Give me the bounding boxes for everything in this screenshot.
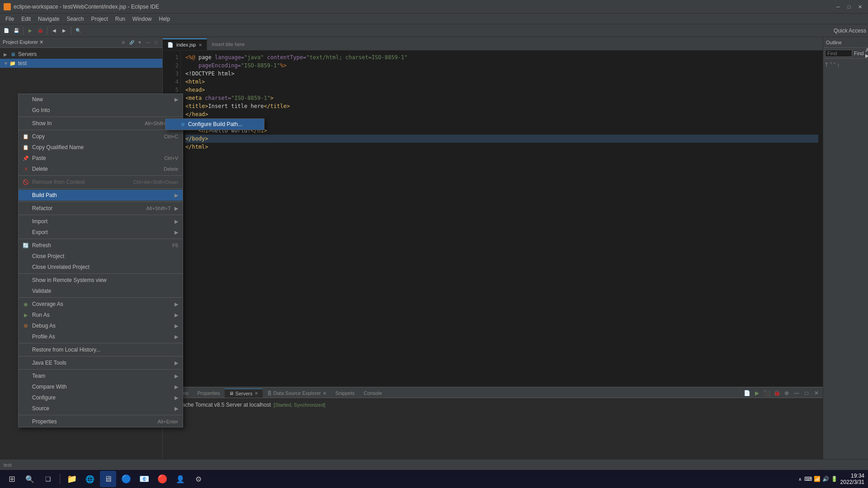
ctx-show-in[interactable]: Show In Alt+Shift+W ▶ [19, 118, 183, 129]
ctx-java-ee-tools-label: Java EE Tools [32, 360, 171, 366]
datasource-tab-close[interactable]: ✕ [323, 391, 326, 396]
right-tb-btn4[interactable]: ↕ [837, 62, 840, 67]
tree-item-test[interactable]: ▼ 📁 test [0, 59, 162, 68]
code-area[interactable]: <%@ page language="java" contentType="te… [181, 51, 823, 387]
bt-disconnect[interactable]: ⊗ [782, 389, 791, 398]
ctx-refactor[interactable]: Refactor Alt+Shift+T ▶ [19, 203, 183, 214]
ctx-properties[interactable]: Properties Alt+Enter [19, 416, 183, 427]
ctx-java-ee-tools[interactable]: Java EE Tools ▶ [19, 357, 183, 368]
ctx-close-unrelated[interactable]: Close Unrelated Project [19, 262, 183, 272]
taskbar-browser1[interactable]: 🌐 [82, 471, 98, 487]
notification-chevron[interactable]: ∧ [798, 477, 802, 482]
find-button[interactable]: Find [854, 51, 863, 56]
taskbar-settings[interactable]: ⚙ [190, 471, 207, 487]
bt-maximize[interactable]: □ [802, 389, 811, 398]
ctx-run-as[interactable]: ▶ Run As ▶ [19, 310, 183, 320]
ctx-copy[interactable]: 📋 Copy Ctrl+C [19, 131, 183, 142]
right-tb-btn2[interactable]: ᵀ [830, 61, 832, 67]
minimize-button[interactable]: ─ [834, 2, 843, 11]
bottom-tab-servers[interactable]: 🖥 Servers ✕ [225, 389, 263, 398]
run-as-icon: ▶ [22, 311, 29, 319]
ctx-import[interactable]: Import ▶ [19, 216, 183, 227]
ctx-new[interactable]: New ▶ [19, 94, 183, 105]
ctx-paste[interactable]: 📌 Paste Ctrl+V [19, 153, 183, 164]
tb-save[interactable]: 💾 [12, 26, 21, 35]
find-input[interactable] [825, 50, 852, 57]
maximize-panel-icon[interactable]: □ [152, 39, 160, 46]
menu-help[interactable]: Help [156, 15, 174, 23]
tb-new[interactable]: 📄 [2, 26, 11, 35]
close-button[interactable]: ✕ [855, 2, 864, 11]
bt-play[interactable]: ▶ [752, 389, 761, 398]
menu-edit[interactable]: Edit [18, 15, 34, 23]
ctx-close-project[interactable]: Close Project [19, 251, 183, 262]
search-button[interactable]: 🔍 [22, 471, 38, 487]
tb-run[interactable]: ▶ [26, 26, 35, 35]
menu-search[interactable]: Search [63, 15, 87, 23]
bt-debug[interactable]: 🐞 [772, 389, 781, 398]
ctx-compare-with[interactable]: Compare With ▶ [19, 381, 183, 392]
servers-tab-close[interactable]: ✕ [255, 391, 258, 396]
taskbar-app1[interactable]: 🖥 [100, 471, 116, 487]
taskbar-browser2[interactable]: 🔵 [118, 471, 134, 487]
bt-minimize[interactable]: — [792, 389, 801, 398]
taskbar-avatar[interactable]: 👤 [172, 471, 189, 487]
tb-back[interactable]: ◀ [50, 26, 59, 35]
bottom-tab-datasource[interactable]: 🗄 Data Source Explorer ✕ [263, 389, 331, 398]
bottom-tab-snippets[interactable]: Snippets [331, 389, 359, 398]
file-explorer-button[interactable]: 📁 [64, 471, 80, 487]
server-entry[interactable]: 🖥 Apache Tomcat v8.5 Server at localhost… [166, 400, 819, 410]
collapse-all-icon[interactable]: ⊖ [120, 39, 127, 46]
start-button[interactable]: ⊞ [4, 471, 20, 487]
bt-stop[interactable]: ⬛ [762, 389, 771, 398]
task-view-button[interactable]: ❑ [40, 471, 56, 487]
bt-new-launch[interactable]: 📄 [742, 389, 751, 398]
ctx-configure[interactable]: Configure ▶ [19, 392, 183, 403]
maximize-button[interactable]: □ [844, 2, 854, 11]
menu-run[interactable]: Run [112, 15, 129, 23]
ctx-source[interactable]: Source ▶ [19, 403, 183, 414]
ctx-export[interactable]: Export ▶ [19, 227, 183, 238]
tb-debug[interactable]: 🐞 [36, 26, 45, 35]
minimize-panel-icon[interactable]: — [144, 39, 151, 46]
ctx-remove-context[interactable]: 🚫 Remove from Context Ctrl+Alt+Shift+Dow… [19, 177, 183, 188]
right-tb-btn1[interactable]: T [825, 62, 828, 67]
taskbar-mail[interactable]: 📧 [136, 471, 152, 487]
link-with-editor-icon[interactable]: 🔗 [128, 39, 135, 46]
ctx-debug-as[interactable]: ⚙ Debug As ▶ [19, 320, 183, 331]
battery-icon[interactable]: 🔋 [831, 476, 838, 482]
keyboard-icon[interactable]: ⌨ [804, 476, 812, 482]
tb-forward[interactable]: ▶ [60, 26, 69, 35]
test-icon: 📁 [9, 60, 16, 67]
ctx-refresh[interactable]: 🔄 Refresh F5 [19, 240, 183, 251]
bottom-tab-console[interactable]: Console [359, 389, 387, 398]
network-icon[interactable]: 📶 [814, 476, 821, 482]
ctx-profile-as[interactable]: Profile As ▶ [19, 331, 183, 342]
menu-project[interactable]: Project [87, 15, 111, 23]
ctx-go-into[interactable]: Go Into [19, 105, 183, 116]
ctx-validate[interactable]: Validate [19, 286, 183, 296]
bottom-tab-properties[interactable]: Properties [193, 389, 224, 398]
datasource-icon: 🗄 [267, 391, 272, 396]
tb-search[interactable]: 🔍 [74, 26, 83, 35]
editor-tab-index-jsp[interactable]: 📄 index.jsp ✕ [163, 38, 207, 50]
right-tb-btn3[interactable]: " [834, 62, 835, 67]
ctx-build-path[interactable]: Build Path ▶ [19, 190, 183, 201]
taskbar-chrome[interactable]: 🔴 [154, 471, 170, 487]
menu-window[interactable]: Window [129, 15, 156, 23]
ctx-show-remote[interactable]: Show in Remote Systems view [19, 275, 183, 286]
tab-close-button[interactable]: ✕ [198, 42, 202, 47]
view-menu-icon[interactable]: ▼ [136, 39, 143, 46]
configure-build-path-item[interactable]: ⚙ Configure Build Path... [165, 119, 264, 130]
ctx-restore-history[interactable]: Restore from Local History... [19, 344, 183, 355]
ctx-delete[interactable]: ✕ Delete Delete [19, 164, 183, 174]
ctx-team[interactable]: Team ▶ [19, 371, 183, 381]
bt-close[interactable]: ✕ [812, 389, 821, 398]
menu-navigate[interactable]: Navigate [34, 15, 63, 23]
menu-file[interactable]: File [2, 15, 18, 23]
ctx-copy-qualified[interactable]: 📋 Copy Qualified Name [19, 142, 183, 153]
tree-item-servers[interactable]: ▶ 🖥 Servers [0, 50, 162, 59]
all-button[interactable]: All ▶ [865, 47, 868, 59]
volume-icon[interactable]: 🔊 [822, 476, 829, 482]
ctx-coverage-as[interactable]: ◉ Coverage As ▶ [19, 299, 183, 310]
